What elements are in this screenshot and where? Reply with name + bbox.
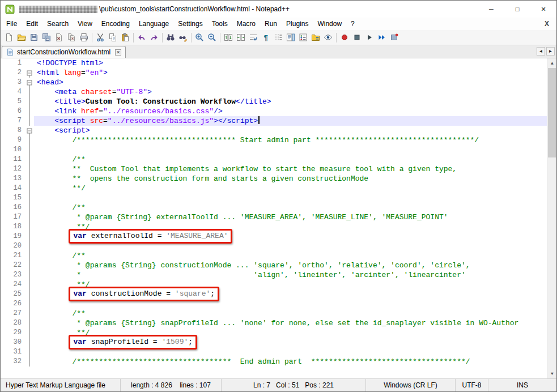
replace-button[interactable] xyxy=(177,31,189,44)
line-number[interactable]: 7 xyxy=(8,116,25,126)
line-number[interactable]: 11 xyxy=(8,155,25,164)
tab-scroll-right-button[interactable]: ► xyxy=(546,47,555,56)
line-number[interactable]: 9 xyxy=(8,135,25,145)
code-line[interactable]: /** xyxy=(34,155,547,164)
code-line[interactable]: <head> xyxy=(34,78,547,87)
code-line[interactable]: <script src="../resources/basics.js"></s… xyxy=(34,116,547,126)
menu-item-language[interactable]: Language xyxy=(134,18,173,29)
vertical-scrollbar[interactable]: ▲ ▼ xyxy=(547,58,556,378)
redo-button[interactable] xyxy=(148,31,160,44)
menu-item-window[interactable]: Window xyxy=(313,18,346,29)
code-line[interactable]: <meta charset="UTF-8"> xyxy=(34,87,547,97)
close-file-button[interactable] xyxy=(53,31,65,44)
code-line[interactable]: /** xyxy=(34,309,547,318)
tab-close-button[interactable]: ✕ xyxy=(115,49,121,56)
line-number[interactable]: 28 xyxy=(8,318,25,328)
line-number[interactable]: 24 xyxy=(8,280,25,289)
code-line[interactable]: var externalToolId = 'MEASURE_AREA' xyxy=(34,232,547,241)
line-number[interactable]: 14 xyxy=(8,184,25,193)
line-number[interactable]: 19 xyxy=(8,232,25,241)
line-number[interactable]: 23 xyxy=(8,270,25,280)
line-number[interactable]: 5 xyxy=(8,97,25,106)
menu-item-run[interactable]: Run xyxy=(260,18,282,29)
line-number[interactable]: 29 xyxy=(8,328,25,338)
code-line[interactable]: /** xyxy=(34,203,547,212)
fold-collapse-icon[interactable] xyxy=(27,128,32,133)
maximize-button[interactable]: □ xyxy=(504,1,530,18)
line-number[interactable]: 6 xyxy=(8,106,25,116)
line-number[interactable]: 27 xyxy=(8,309,25,318)
start-recording-button[interactable] xyxy=(338,31,351,44)
zoom-out-button[interactable] xyxy=(206,31,218,44)
tab-startconstructionworkflow[interactable]: startConstructionWorkflow.html ✕ xyxy=(2,46,126,58)
open-file-button[interactable] xyxy=(15,31,28,44)
line-number[interactable]: 17 xyxy=(8,212,25,222)
line-number[interactable]: 25 xyxy=(8,289,25,299)
playback-macro-button[interactable] xyxy=(363,31,376,44)
copy-button[interactable] xyxy=(107,31,119,44)
save-all-button[interactable] xyxy=(40,31,53,44)
save-file-button[interactable] xyxy=(28,31,40,44)
code-line[interactable]: * 'align', 'lineinter', 'arcinter', 'lin… xyxy=(34,270,547,280)
code-line[interactable]: /** xyxy=(34,251,547,261)
code-line[interactable] xyxy=(34,193,547,203)
code-line[interactable]: /************************************ St… xyxy=(34,135,547,145)
cut-button[interactable] xyxy=(94,31,107,44)
fold-collapse-icon[interactable] xyxy=(27,70,32,75)
show-indent-guide-button[interactable] xyxy=(272,31,284,44)
scroll-up-button[interactable]: ▲ xyxy=(547,58,556,68)
code-line[interactable] xyxy=(34,145,547,155)
menu-item-edit[interactable]: Edit xyxy=(22,18,42,29)
line-number[interactable]: 21 xyxy=(8,251,25,261)
line-number[interactable]: 1 xyxy=(8,58,25,68)
document-map-button[interactable] xyxy=(284,31,297,44)
line-number[interactable]: 16 xyxy=(8,203,25,212)
zoom-in-button[interactable] xyxy=(193,31,206,44)
code-line[interactable]: <html lang="en"> xyxy=(34,68,547,78)
tab-scroll-left-button[interactable]: ◄ xyxy=(537,47,545,56)
menu-item-encoding[interactable]: Encoding xyxy=(97,18,134,29)
line-number[interactable]: 4 xyxy=(8,87,25,97)
line-number[interactable]: 31 xyxy=(8,347,25,357)
line-number[interactable]: 26 xyxy=(8,299,25,309)
menu-item-file[interactable]: File xyxy=(2,18,22,29)
code-line[interactable]: * @params {String} snapProfileId ... 'no… xyxy=(34,318,547,328)
menu-item-tools[interactable]: Tools xyxy=(207,18,232,29)
close-button[interactable]: ✕ xyxy=(530,1,556,18)
sync-horizontal-scroll-button[interactable] xyxy=(235,31,247,44)
line-number[interactable]: 22 xyxy=(8,261,25,270)
code-line[interactable]: <link href="../resources/basics.css"/> xyxy=(34,106,547,116)
code-line[interactable]: /*********************************** End… xyxy=(34,357,547,367)
line-number[interactable]: 20 xyxy=(8,241,25,251)
scrollbar-thumb[interactable] xyxy=(548,68,556,157)
code-line[interactable]: * @params {String} constructionMode ... … xyxy=(34,261,547,270)
stop-recording-button[interactable] xyxy=(351,31,363,44)
menu-item-settings[interactable]: Settings xyxy=(173,18,207,29)
line-number[interactable]: 13 xyxy=(8,174,25,184)
code-line[interactable]: <script> xyxy=(34,126,547,135)
line-number[interactable]: 12 xyxy=(8,164,25,174)
save-recorded-macro-button[interactable] xyxy=(388,31,401,44)
scroll-down-button[interactable]: ▼ xyxy=(547,369,556,378)
minimize-button[interactable]: ─ xyxy=(478,1,504,18)
close-all-button[interactable] xyxy=(65,31,78,44)
folder-as-workspace-button[interactable] xyxy=(309,31,322,44)
paste-button[interactable] xyxy=(119,31,131,44)
line-number[interactable]: 32 xyxy=(8,357,25,367)
code-line[interactable]: **/ xyxy=(34,184,547,193)
sync-vertical-scroll-button[interactable] xyxy=(222,31,235,44)
line-number[interactable]: 18 xyxy=(8,222,25,232)
menu-item-plugins[interactable]: Plugins xyxy=(282,18,313,29)
show-all-characters-button[interactable]: ¶ xyxy=(260,31,272,44)
fold-collapse-icon[interactable] xyxy=(27,80,32,85)
code-line[interactable]: ** opens the construction form and start… xyxy=(34,174,547,184)
menu-item-view[interactable]: View xyxy=(73,18,97,29)
undo-button[interactable] xyxy=(135,31,148,44)
function-list-button[interactable] xyxy=(297,31,309,44)
code-line[interactable]: * @param {String} externalToolId ... 'ME… xyxy=(34,212,547,222)
menu-item-macro[interactable]: Macro xyxy=(232,18,260,29)
line-number[interactable]: 15 xyxy=(8,193,25,203)
menu-item-search[interactable]: Search xyxy=(42,18,73,29)
code-line[interactable]: ** Custom Tool that implements a workflo… xyxy=(34,164,547,174)
code-line[interactable]: <title>Custom Tool: Construction Workflo… xyxy=(34,97,547,106)
